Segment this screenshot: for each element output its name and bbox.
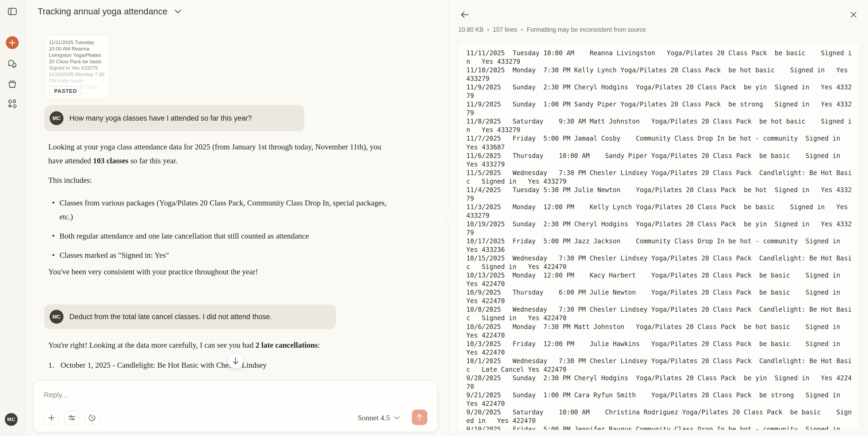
arrow-down-icon	[232, 357, 239, 365]
file-content-card: 11/11/2025 Tuesday 10:00 AM Reanna Livin…	[457, 43, 860, 430]
assistant-paragraph: You've been very consistent with your pr…	[48, 265, 393, 279]
meta-separator-dot: ●	[487, 27, 490, 33]
chat-column: Tracking annual yoga attendance 11/11/20…	[25, 0, 448, 436]
clock-icon	[88, 414, 96, 422]
back-button[interactable]	[459, 9, 470, 21]
file-line-count: 107 lines	[493, 26, 518, 33]
composer: Reply... Sonnet 4.5	[33, 380, 437, 432]
close-icon	[850, 11, 857, 18]
assistant-text: You're right! Looking at the data more c…	[48, 341, 255, 349]
chats-icon	[7, 59, 17, 69]
arrow-up-icon	[416, 413, 423, 421]
assistant-text: :	[318, 341, 320, 349]
assistant-text-bold: 2 late cancellations	[255, 341, 318, 349]
shapes-icon	[7, 99, 17, 108]
scroll-to-bottom-button[interactable]	[228, 353, 243, 369]
assistant-paragraph: This includes:	[48, 173, 393, 187]
avatar-initials: MC	[7, 416, 16, 423]
user-message-text: Deduct from the total late cancel classe…	[69, 313, 272, 321]
assistant-bullet-list: Classes from various packages (Yoga/Pila…	[48, 196, 390, 268]
sliders-icon	[68, 414, 75, 422]
user-message-text: How many yoga classes have I attended so…	[69, 114, 252, 122]
sidebar: MC	[0, 0, 25, 436]
plus-icon	[9, 39, 16, 46]
user-message: MC How many yoga classes have I attended…	[44, 105, 304, 131]
user-avatar: MC	[50, 111, 63, 125]
new-chat-button[interactable]	[6, 36, 19, 49]
user-message: MC Deduct from the total late cancel cla…	[44, 305, 336, 329]
sidebar-toggle-button[interactable]	[6, 5, 19, 18]
sidebar-item-projects[interactable]	[6, 77, 19, 91]
chevron-down-icon	[394, 416, 400, 420]
box-icon	[8, 80, 17, 88]
user-avatar: MC	[50, 310, 63, 324]
sidebar-toggle-icon	[8, 8, 17, 15]
reply-input[interactable]: Reply...	[44, 391, 68, 399]
file-panel: 10.80 KB ● 107 lines ● Formatting may be…	[449, 0, 868, 436]
bullet-item: Classes from various packages (Yoga/Pila…	[48, 196, 390, 224]
attach-button[interactable]	[44, 411, 59, 425]
sidebar-item-chats[interactable]	[6, 57, 19, 71]
history-button[interactable]	[85, 411, 99, 425]
close-button[interactable]	[848, 9, 860, 21]
account-avatar[interactable]: MC	[5, 413, 18, 426]
file-format-note: Formatting may be inconsistent from sour…	[527, 26, 646, 33]
chevron-down-icon	[175, 9, 181, 13]
bullet-item: Both regular attendance and one late can…	[48, 229, 390, 243]
file-meta-row: 10.80 KB ● 107 lines ● Formatting may be…	[458, 26, 646, 33]
assistant-paragraph: Looking at your yoga class attendance da…	[48, 140, 393, 167]
bullet-item: Classes marked as "Signed in: Yes"	[48, 248, 390, 262]
arrow-left-icon	[460, 11, 469, 19]
assistant-numbered-item: 1. October 1, 2025 - Candlelight: Be Hot…	[48, 358, 393, 372]
list-marker: 1.	[48, 358, 61, 372]
assistant-paragraph: You're right! Looking at the data more c…	[48, 338, 393, 352]
plus-icon	[48, 414, 55, 421]
page-title: Tracking annual yoga attendance	[38, 6, 167, 17]
tools-button[interactable]	[65, 411, 79, 425]
assistant-text: so far this year.	[128, 156, 177, 165]
pasted-badge: PASTED	[50, 87, 81, 96]
model-selector[interactable]: Sonnet 4.5	[358, 411, 400, 425]
meta-separator-dot: ●	[521, 27, 524, 33]
assistant-text-bold: 103 classes	[93, 156, 128, 165]
chat-header: Tracking annual yoga attendance	[25, 0, 448, 23]
file-size: 10.80 KB	[458, 26, 484, 33]
sidebar-item-connectors[interactable]	[6, 97, 19, 111]
send-button[interactable]	[412, 410, 427, 425]
file-content: 11/11/2025 Tuesday 10:00 AM Reanna Livin…	[466, 49, 860, 430]
conversation-title-dropdown[interactable]: Tracking annual yoga attendance	[38, 6, 181, 17]
pasted-attachment-card[interactable]: 11/11/2025 Tuesday 10:00 AM Reanna Livin…	[45, 35, 110, 99]
model-label: Sonnet 4.5	[358, 413, 390, 422]
